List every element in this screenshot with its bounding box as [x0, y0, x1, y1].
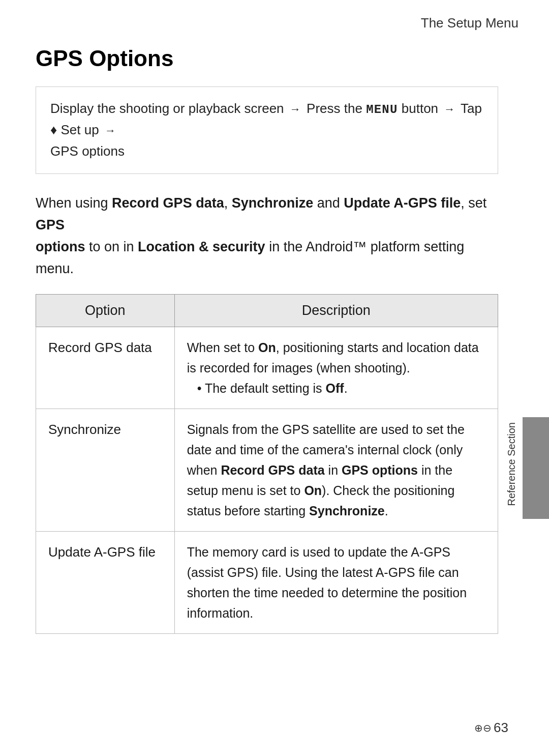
intro-bold-location: Location & security	[138, 239, 265, 254]
nav-arrow1: →	[290, 103, 301, 115]
nav-setup-icon: ♦	[50, 122, 57, 137]
navigation-box: Display the shooting or playback screen …	[36, 86, 498, 174]
desc-record-gps: When set to On, positioning starts and l…	[174, 327, 498, 409]
page-number: ⊕⊖ 63	[474, 720, 508, 736]
intro-bold-update: Update A-GPS file	[344, 195, 461, 211]
nav-arrow3: →	[105, 124, 116, 137]
intro-text: When using Record GPS data, Synchronize …	[36, 192, 498, 280]
bullet-default: • The default setting is Off.	[197, 381, 348, 395]
page-title: GPS Options	[36, 46, 498, 71]
nav-step2: button	[398, 101, 442, 116]
main-content: GPS Options Display the shooting or play…	[36, 46, 498, 634]
reference-sidebar-tab	[523, 417, 549, 519]
nav-step4: Set up	[57, 122, 103, 137]
col-option-header: Option	[36, 295, 175, 327]
page-num-icon: ⊕⊖	[474, 722, 492, 734]
nav-step5: GPS options	[50, 143, 125, 159]
page-num-value: 63	[494, 720, 508, 736]
desc-synchronize: Signals from the GPS satellite are used …	[174, 409, 498, 532]
intro-bold-record: Record GPS data	[112, 195, 224, 211]
table-row: Update A-GPS file The memory card is use…	[36, 532, 498, 634]
reference-section-label: Reference Section	[504, 422, 518, 506]
table-row: Synchronize Signals from the GPS satelli…	[36, 409, 498, 532]
desc-update-agps: The memory card is used to update the A-…	[174, 532, 498, 634]
option-update-agps: Update A-GPS file	[36, 532, 175, 634]
option-synchronize: Synchronize	[36, 409, 175, 532]
nav-step3: Tap	[461, 101, 482, 116]
option-record-gps: Record GPS data	[36, 327, 175, 409]
table-row: Record GPS data When set to On, position…	[36, 327, 498, 409]
nav-step1: Press the	[307, 101, 366, 116]
page-header: The Setup Menu	[421, 15, 518, 31]
nav-arrow2: →	[444, 103, 455, 115]
header-title: The Setup Menu	[421, 15, 518, 31]
options-table: Option Description Record GPS data When …	[36, 294, 498, 634]
col-description-header: Description	[174, 295, 498, 327]
intro-bold-sync: Synchronize	[232, 195, 314, 211]
nav-text-before: Display the shooting or playback screen	[50, 101, 284, 116]
intro-bold-gps-options: GPSoptions	[36, 217, 85, 254]
nav-menu-button: MENU	[366, 103, 398, 117]
